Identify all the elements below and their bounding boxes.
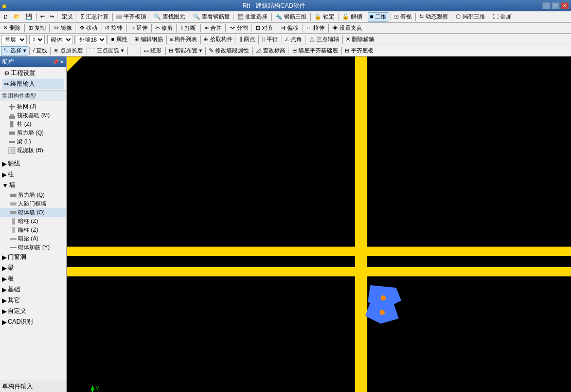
tb-break[interactable]: ⌇ 打断	[179, 24, 198, 33]
tb-select[interactable]: ↖ 选择 ▾	[1, 46, 28, 55]
tb-top-view[interactable]: ⊡ 俯视	[392, 12, 414, 22]
tb-props[interactable]: ■ 属性	[109, 35, 130, 44]
tb-trim[interactable]: ✂ 修剪	[153, 24, 175, 33]
maximize-button[interactable]: □	[551, 2, 560, 9]
wall-subtype-select[interactable]: 砌体墙	[47, 35, 73, 44]
sidebar-item-beam[interactable]: 梁 (L)	[0, 137, 66, 146]
sub-shear-wall[interactable]: 剪力墙 (Q)	[0, 191, 66, 199]
svg-rect-4	[10, 121, 13, 127]
tb-new[interactable]: 🗋	[1, 12, 11, 22]
cat-column[interactable]: ▶ 柱	[0, 169, 66, 180]
tb-smart-layout[interactable]: ⊞ 智能布置 ▾	[167, 46, 204, 55]
sub-shear-icon	[10, 192, 16, 198]
tb-move[interactable]: ✥ 移动	[78, 24, 99, 33]
tb-calc[interactable]: Σ 汇总计算	[79, 12, 111, 22]
tb-align[interactable]: ⊟ 对齐	[254, 24, 275, 33]
tb-save[interactable]: 💾	[23, 12, 34, 22]
tb-open[interactable]: 📂	[11, 12, 23, 22]
tb-undo[interactable]: ↩	[38, 12, 47, 22]
close-button[interactable]: ✕	[561, 2, 569, 9]
tb-unlock[interactable]: 🔓 解锁	[340, 12, 364, 22]
tb-three-point-axis[interactable]: △ 三点辅轴	[307, 35, 341, 44]
sub-hidden-beam[interactable]: 暗梁 (A)	[0, 234, 66, 243]
tb-line[interactable]: / 直线	[31, 46, 49, 55]
tb-three-arc[interactable]: ⌒ 三点画弧 ▾	[87, 46, 126, 55]
tb-align-top[interactable]: ▤ 平齐板顶	[114, 12, 148, 22]
minimize-button[interactable]: ─	[542, 2, 550, 9]
tb-lock[interactable]: 🔒 锁定	[312, 12, 336, 22]
tb-rotate[interactable]: ↺ 旋转	[103, 24, 124, 33]
sub-hidden-column[interactable]: 暗柱 (Z)	[0, 217, 66, 226]
sub-ecol-icon	[10, 227, 16, 233]
tb-redo[interactable]: ↪	[47, 12, 56, 22]
sidebar-close-icon[interactable]: ✕	[60, 59, 64, 65]
sidebar-bottom-btn[interactable]: 单构件输入	[0, 381, 66, 392]
tb-2d[interactable]: ■ 二维	[368, 12, 388, 22]
cat-wall[interactable]: ▼ 墙	[0, 180, 66, 191]
tb-copy[interactable]: ⊞ 复制	[26, 24, 48, 33]
floor-select[interactable]: 首层	[1, 35, 27, 44]
cat-opening[interactable]: ▶ 门窗洞	[0, 252, 66, 263]
tb-find[interactable]: 🔍 查找图元	[152, 12, 187, 22]
angle-select[interactable]: 外墙180	[76, 35, 106, 44]
tb-mirror[interactable]: ⇔ 镜像	[51, 24, 74, 33]
tb-split[interactable]: ⫘ 分割	[227, 24, 250, 33]
project-settings-item[interactable]: ⚙ 工程设置	[2, 68, 64, 79]
tb-delete[interactable]: ✕ 删除	[1, 24, 23, 33]
canvas-area[interactable]: Y	[67, 57, 571, 392]
sub-masonry-rebar[interactable]: 砌体加筋 (Y)	[0, 243, 66, 252]
app-icon: ■	[2, 2, 6, 10]
tb-merge[interactable]: ⇹ 合并	[202, 24, 224, 33]
cat-cad-recognize[interactable]: ▶ CAD识别	[0, 316, 66, 327]
sub-masonry-wall[interactable]: 砌体墙 (Q)	[0, 208, 66, 217]
grip-point-1[interactable]	[381, 295, 386, 301]
tb-dynamic-view[interactable]: ↻ 动态观察	[417, 12, 450, 22]
sub-end-column[interactable]: 端柱 (Z)	[0, 226, 66, 234]
tb-check-elevation[interactable]: ⊿ 查改标高	[254, 46, 288, 55]
tb-stretch[interactable]: ↔ 拉伸	[304, 24, 327, 33]
sidebar-item-raft[interactable]: 筏板基础 (M)	[0, 111, 66, 120]
sidebar-item-column[interactable]: 柱 (Z)	[0, 120, 66, 128]
tb-edit-rebar[interactable]: ⊞ 编辑钢筋	[132, 35, 165, 44]
project-settings-label: 工程设置	[11, 69, 35, 78]
draw-input-item[interactable]: ✏ 绘图输入	[2, 79, 64, 89]
cat-opening-label: 门窗洞	[8, 253, 26, 262]
cat-axis[interactable]: ▶ 轴线	[0, 158, 66, 169]
sidebar-item-axis[interactable]: 轴网 (J)	[0, 102, 66, 111]
tb-wall-align-base[interactable]: ⊟ 墙底平齐基础底	[290, 46, 340, 55]
tb-fullscreen[interactable]: ⛶ 全屏	[491, 12, 513, 22]
tb-component-list[interactable]: ≡ 构件列表	[168, 35, 199, 44]
cat-other[interactable]: ▶ 其它	[0, 295, 66, 306]
sep5	[150, 13, 150, 21]
tb-local-3d[interactable]: ⬡ 局部三维	[454, 12, 487, 22]
cat-custom[interactable]: ▶ 自定义	[0, 306, 66, 316]
tb-two-point[interactable]: ∥ 两点	[237, 35, 257, 44]
tb-set-grip[interactable]: ◈ 设置夹点	[330, 24, 364, 33]
tb-del-axis[interactable]: ✕ 删除辅轴	[344, 35, 377, 44]
sidebar-item-shear-wall[interactable]: 剪力墙 (Q)	[0, 128, 66, 137]
tb-steel-3d[interactable]: 🔩 钢筋三维	[273, 12, 309, 22]
tb-align-floor[interactable]: ⊟ 平齐底板	[343, 46, 376, 55]
grip-point-2[interactable]	[380, 310, 385, 315]
wall-type-select[interactable]: 墙	[29, 35, 45, 44]
cat-foundation-arrow: ▶	[2, 286, 7, 293]
cat-foundation[interactable]: ▶ 基础	[0, 284, 66, 295]
tb-point-len[interactable]: ⊕ 点加长度	[52, 46, 85, 55]
tb-rect[interactable]: ▭ 矩形	[141, 46, 164, 55]
cat-beam[interactable]: ▶ 梁	[0, 263, 66, 273]
tb-extend[interactable]: ⇢ 延伸	[128, 24, 150, 33]
tb-point-angle[interactable]: ∠ 点角	[282, 35, 304, 44]
tb-modify-wall-props[interactable]: ✎ 修改墙段属性	[207, 46, 251, 55]
svg-rect-14	[10, 238, 16, 240]
tb-view-steel[interactable]: 🔍 查看钢筋量	[191, 12, 232, 22]
tb-offset[interactable]: ⇉ 偏移	[279, 24, 300, 33]
cat-slab[interactable]: ▶ 板	[0, 273, 66, 284]
tb-parallel[interactable]: ∥ 平行	[260, 35, 280, 44]
sidebar-content: 轴网 (J) 筏板基础 (M) 柱 (Z) 剪力墙 (Q) 梁 (L) 现浇板 …	[0, 101, 66, 381]
sub-civil-defense-wall[interactable]: 人防门框墙	[0, 199, 66, 208]
sidebar-item-slab[interactable]: 现浇板 (B)	[0, 146, 66, 155]
tb-pick-component[interactable]: ⊕ 拾取构件	[202, 35, 235, 44]
tb-batch-select[interactable]: ▦ 批量选择	[236, 12, 270, 22]
sidebar-pin[interactable]: 📌	[52, 59, 59, 65]
tb-define[interactable]: 定义	[60, 12, 75, 22]
